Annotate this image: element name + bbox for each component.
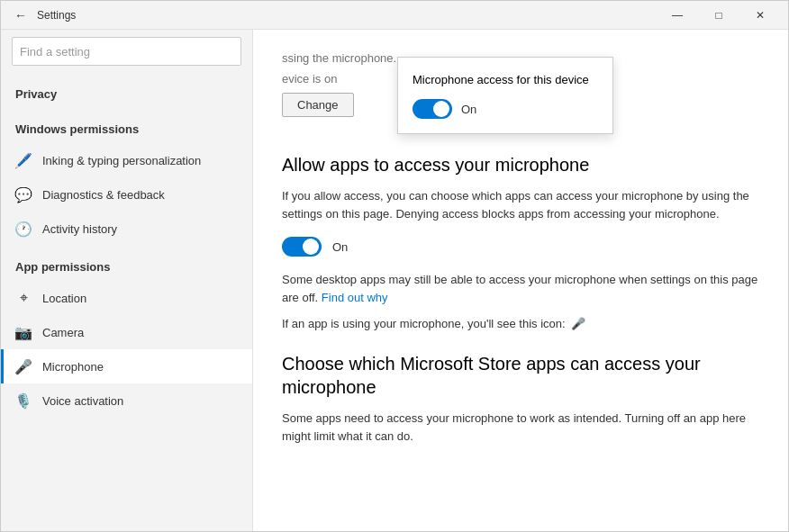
sidebar-item-diagnostics[interactable]: 💬 Diagnostics & feedback: [1, 177, 252, 212]
window: ← Settings — □ ✕ Find a setting Privacy …: [0, 0, 789, 532]
popup-toggle[interactable]: [413, 99, 452, 119]
sidebar-item-voice[interactable]: 🎙️ Voice activation: [1, 383, 252, 418]
microphone-access-popup[interactable]: Microphone access for this device On: [397, 57, 613, 134]
voice-icon: 🎙️: [15, 392, 32, 409]
window-title: Settings: [37, 9, 657, 22]
diagnostics-label: Diagnostics & feedback: [42, 188, 165, 202]
icon-note-row: If an app is using your microphone, you'…: [282, 317, 759, 330]
popup-toggle-knob: [433, 101, 449, 117]
allow-section-title: Allow apps to access your microphone: [282, 153, 759, 176]
allow-toggle[interactable]: [282, 237, 322, 257]
mic-icon-indicator: 🎤: [571, 317, 585, 330]
search-placeholder: Find a setting: [20, 45, 90, 59]
sidebar-item-microphone[interactable]: 🎤 Microphone: [1, 349, 252, 383]
popup-toggle-label: On: [461, 103, 476, 116]
main-content: ssing the microphone. evice is on Change…: [253, 30, 788, 531]
microphone-label: Microphone: [42, 360, 104, 374]
allow-section-desc: If you allow access, you can choose whic…: [282, 187, 759, 222]
app-permissions-label: App permissions: [1, 246, 252, 281]
activity-label: Activity history: [42, 222, 117, 236]
allow-toggle-row: On: [282, 237, 759, 257]
icon-note-text: If an app is using your microphone, you'…: [282, 317, 566, 330]
windows-permissions-label: Windows permissions: [1, 108, 252, 143]
change-button[interactable]: Change: [282, 93, 354, 117]
sidebar-item-activity[interactable]: 🕐 Activity history: [1, 212, 252, 246]
search-box[interactable]: Find a setting: [12, 37, 241, 66]
camera-label: Camera: [42, 326, 84, 339]
sidebar-item-location[interactable]: ⌖ Location: [1, 281, 252, 315]
diagnostics-icon: 💬: [15, 186, 32, 203]
microphone-icon: 🎤: [15, 358, 32, 374]
maximize-button[interactable]: □: [698, 1, 739, 30]
minimize-button[interactable]: —: [657, 1, 698, 30]
sidebar-item-camera[interactable]: 📷 Camera: [1, 315, 252, 349]
popup-toggle-row: On: [413, 99, 598, 119]
voice-label: Voice activation: [42, 394, 123, 408]
allow-toggle-label: On: [332, 240, 348, 254]
window-controls: — □ ✕: [657, 1, 781, 30]
content-area: Find a setting Privacy Windows permissio…: [1, 30, 788, 531]
sidebar: Find a setting Privacy Windows permissio…: [1, 30, 253, 531]
popup-title: Microphone access for this device: [413, 72, 598, 88]
choose-section-title: Choose which Microsoft Store apps can ac…: [282, 352, 759, 399]
desktop-apps-note: Some desktop apps may still be able to a…: [282, 271, 759, 306]
back-icon: ←: [14, 8, 27, 23]
find-out-why-link[interactable]: Find out why: [322, 291, 388, 304]
camera-icon: 📷: [15, 324, 32, 340]
choose-section-desc: Some apps need to access your microphone…: [282, 410, 759, 445]
back-button[interactable]: ←: [8, 3, 33, 28]
close-button[interactable]: ✕: [739, 1, 781, 30]
privacy-label: Privacy: [1, 73, 252, 108]
activity-icon: 🕐: [15, 221, 32, 237]
inking-label: Inking & typing personalization: [42, 154, 201, 167]
sidebar-item-inking[interactable]: 🖊️ Inking & typing personalization: [1, 143, 252, 177]
location-icon: ⌖: [15, 290, 32, 306]
inking-icon: 🖊️: [15, 152, 32, 168]
location-label: Location: [42, 292, 86, 305]
allow-toggle-knob: [303, 239, 319, 255]
titlebar: ← Settings — □ ✕: [1, 1, 788, 30]
